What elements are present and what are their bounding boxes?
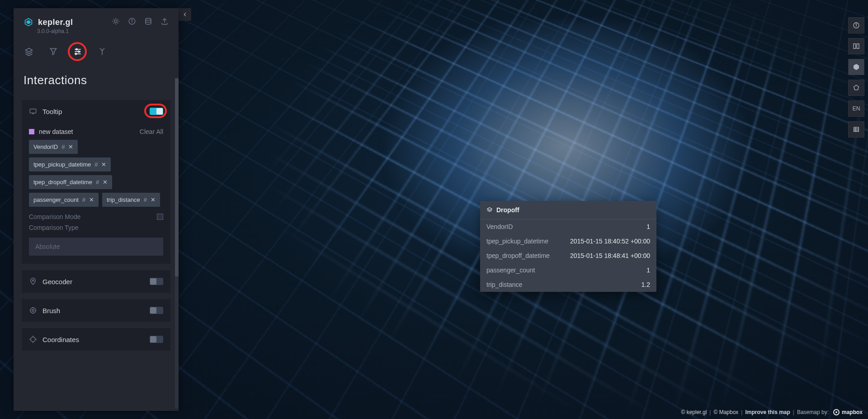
svg-rect-31 xyxy=(854,44,856,49)
tooltip-key: tpep_dropoff_datetime xyxy=(486,252,550,259)
panel-title: Interactions xyxy=(22,65,170,100)
toggle-3d-button[interactable] xyxy=(848,59,864,75)
export-icon[interactable] xyxy=(160,17,169,27)
comparison-type-row: Comparison Type xyxy=(29,220,163,231)
chip-type: # xyxy=(96,179,99,186)
attribution-keplergl[interactable]: © kepler.gl xyxy=(681,409,707,415)
tooltip-value: 2015-01-15 18:48:41 +00:00 xyxy=(570,252,650,259)
field-chip[interactable]: tpep_pickup_datetime#✕ xyxy=(29,157,111,171)
comparison-mode-row: Comparison Mode xyxy=(29,207,163,220)
attribution: © kepler.gl | © Mapbox | Improve this ma… xyxy=(681,409,863,415)
attribution-mapbox[interactable]: © Mapbox xyxy=(713,409,738,415)
remove-chip-button[interactable]: ✕ xyxy=(103,179,108,186)
map-draw-button[interactable] xyxy=(848,80,864,96)
section-coordinates-header[interactable]: Coordinates xyxy=(22,328,170,351)
remove-chip-button[interactable]: ✕ xyxy=(151,196,156,203)
brush-toggle[interactable] xyxy=(150,307,163,314)
svg-rect-14 xyxy=(30,109,36,113)
layers-icon xyxy=(486,207,493,213)
improve-map-link[interactable]: Improve this map xyxy=(745,409,790,415)
field-chip[interactable]: trip_distance#✕ xyxy=(102,193,160,207)
section-geocoder-header[interactable]: Geocoder xyxy=(22,270,170,293)
tooltip-icon xyxy=(29,107,37,115)
split-map-button[interactable] xyxy=(848,38,864,54)
tab-layers[interactable] xyxy=(24,46,34,57)
svg-marker-27 xyxy=(487,208,492,210)
info-icon[interactable] xyxy=(128,17,136,27)
comparison-type-select[interactable]: Absolute xyxy=(29,238,163,256)
comparison-type-label: Comparison Type xyxy=(29,224,78,231)
tooltip-row: tpep_pickup_datetime2015-01-15 18:40:52 … xyxy=(480,234,656,248)
chip-label: tpep_pickup_datetime xyxy=(33,161,91,168)
tab-filters[interactable] xyxy=(48,46,59,57)
svg-point-10 xyxy=(78,51,80,52)
svg-rect-33 xyxy=(854,127,859,131)
field-chip[interactable]: tpep_dropoff_datetime#✕ xyxy=(29,175,112,189)
remove-chip-button[interactable]: ✕ xyxy=(89,196,94,203)
locale-label: EN xyxy=(853,105,860,112)
comparison-type-value: Absolute xyxy=(35,243,60,250)
geocoder-toggle[interactable] xyxy=(150,278,163,285)
mapbox-logo[interactable]: mapbox xyxy=(833,409,863,415)
chip-label: VendorID xyxy=(33,143,58,150)
field-chip[interactable]: VendorID#✕ xyxy=(29,140,78,154)
section-tooltip-header[interactable]: Tooltip xyxy=(22,100,170,123)
tooltip-key: trip_distance xyxy=(486,281,522,288)
dataset-name: new dataset xyxy=(39,128,73,135)
svg-marker-6 xyxy=(26,48,33,52)
section-geocoder-title: Geocoder xyxy=(42,278,72,286)
pin-icon xyxy=(29,277,37,286)
tooltip-row: passenger_count1 xyxy=(480,263,656,277)
version-label: 3.0.0-alpha.1 xyxy=(14,27,179,41)
remove-chip-button[interactable]: ✕ xyxy=(68,143,73,150)
clear-all-button[interactable]: Clear All xyxy=(140,128,163,135)
chip-type: # xyxy=(94,161,98,168)
chip-type: # xyxy=(61,143,65,150)
section-geocoder: Geocoder xyxy=(22,270,170,293)
remove-chip-button[interactable]: ✕ xyxy=(101,161,106,168)
tooltip-value: 1 xyxy=(646,223,650,230)
map-tooltip: Dropoff VendorID1tpep_pickup_datetime201… xyxy=(480,201,656,292)
tooltip-value: 2015-01-15 18:40:52 +00:00 xyxy=(570,238,650,245)
svg-point-15 xyxy=(33,280,34,281)
map-info-button[interactable] xyxy=(848,17,864,33)
svg-point-0 xyxy=(114,20,117,23)
tooltip-row: tpep_dropoff_datetime2015-01-15 18:48:41… xyxy=(480,248,656,263)
field-chip-list: VendorID#✕tpep_pickup_datetime#✕tpep_dro… xyxy=(29,140,163,207)
locale-button[interactable]: EN xyxy=(848,100,864,117)
section-tooltip: Tooltip new dataset Clear All VendorID#✕… xyxy=(22,100,170,264)
kepler-logo-icon xyxy=(24,17,33,27)
tab-interactions[interactable] xyxy=(72,46,83,57)
svg-point-30 xyxy=(856,24,856,24)
svg-point-13 xyxy=(102,50,103,51)
tooltip-row: trip_distance1.2 xyxy=(480,277,656,292)
tooltip-key: passenger_count xyxy=(486,267,535,274)
svg-point-4 xyxy=(146,18,151,20)
logo[interactable]: kepler.gl xyxy=(24,17,73,27)
section-brush-header[interactable]: Brush xyxy=(22,299,170,322)
tab-map-style[interactable] xyxy=(97,46,108,57)
crosshair-icon xyxy=(29,335,37,343)
chip-label: passenger_count xyxy=(33,196,79,203)
svg-point-12 xyxy=(75,53,76,54)
side-panel: kepler.gl 3.0.0-alpha.1 Interactions xyxy=(14,8,179,411)
svg-point-16 xyxy=(30,308,36,313)
coordinates-toggle[interactable] xyxy=(150,336,163,343)
collapse-panel-button[interactable] xyxy=(179,8,191,21)
comparison-mode-checkbox[interactable] xyxy=(157,214,163,220)
svg-point-8 xyxy=(76,48,77,50)
panel-scrollbar[interactable] xyxy=(175,78,179,409)
tooltip-key: tpep_pickup_datetime xyxy=(486,238,548,245)
tooltip-value: 1 xyxy=(646,267,650,274)
brand-name: kepler.gl xyxy=(38,18,73,27)
field-chip[interactable]: passenger_count#✕ xyxy=(29,193,99,207)
legend-button[interactable] xyxy=(848,121,864,138)
map-tooltip-header: Dropoff xyxy=(480,201,656,219)
svg-point-3 xyxy=(132,19,132,20)
bug-icon[interactable] xyxy=(112,17,120,27)
section-coordinates-title: Coordinates xyxy=(42,336,79,343)
tooltip-toggle[interactable] xyxy=(150,108,163,115)
data-table-icon[interactable] xyxy=(144,17,152,27)
panel-header: kepler.gl xyxy=(14,8,179,27)
basemap-by-label: Basemap by: xyxy=(797,409,829,415)
